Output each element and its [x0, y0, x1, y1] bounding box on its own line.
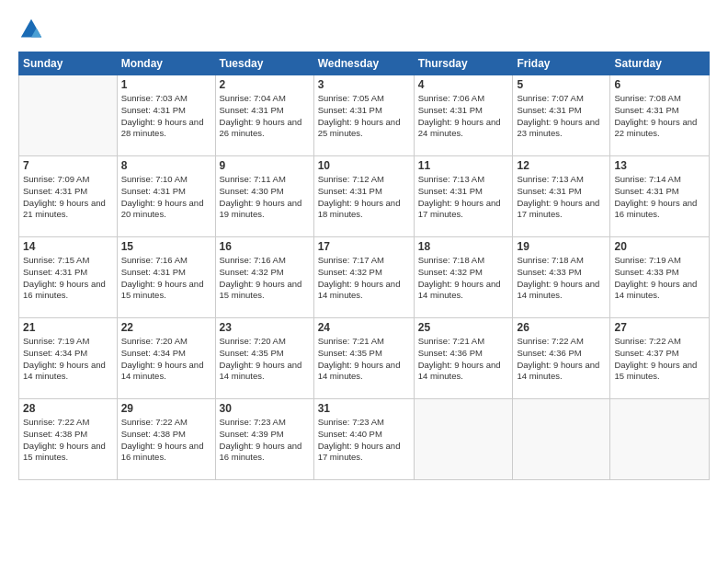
- day-number: 25: [418, 321, 509, 334]
- day-info: Sunrise: 7:08 AM Sunset: 4:31 PM Dayligh…: [614, 93, 705, 140]
- weekday-header-sunday: Sunday: [19, 52, 118, 75]
- day-number: 27: [614, 321, 705, 334]
- day-info: Sunrise: 7:16 AM Sunset: 4:31 PM Dayligh…: [121, 255, 211, 302]
- day-info: Sunrise: 7:13 AM Sunset: 4:31 PM Dayligh…: [517, 174, 606, 221]
- calendar-cell: 11Sunrise: 7:13 AM Sunset: 4:31 PM Dayli…: [414, 156, 513, 237]
- day-number: 14: [23, 240, 113, 253]
- day-info: Sunrise: 7:06 AM Sunset: 4:31 PM Dayligh…: [418, 93, 509, 140]
- day-number: 5: [517, 78, 606, 91]
- day-info: Sunrise: 7:22 AM Sunset: 4:38 PM Dayligh…: [121, 417, 211, 464]
- calendar-cell: 31Sunrise: 7:23 AM Sunset: 4:40 PM Dayli…: [313, 399, 414, 480]
- calendar-cell: 27Sunrise: 7:22 AM Sunset: 4:37 PM Dayli…: [610, 318, 710, 399]
- calendar-cell: 4Sunrise: 7:06 AM Sunset: 4:31 PM Daylig…: [414, 75, 513, 156]
- calendar-cell: 14Sunrise: 7:15 AM Sunset: 4:31 PM Dayli…: [19, 237, 118, 318]
- calendar-cell: 7Sunrise: 7:09 AM Sunset: 4:31 PM Daylig…: [19, 156, 118, 237]
- calendar-cell: [414, 399, 513, 480]
- day-number: 13: [614, 159, 705, 172]
- day-info: Sunrise: 7:12 AM Sunset: 4:31 PM Dayligh…: [318, 174, 410, 221]
- day-number: 1: [121, 78, 211, 91]
- day-number: 21: [23, 321, 113, 334]
- day-number: 7: [23, 159, 113, 172]
- day-info: Sunrise: 7:22 AM Sunset: 4:38 PM Dayligh…: [23, 417, 113, 464]
- day-number: 15: [121, 240, 211, 253]
- week-row-4: 21Sunrise: 7:19 AM Sunset: 4:34 PM Dayli…: [19, 318, 710, 399]
- calendar-cell: 29Sunrise: 7:22 AM Sunset: 4:38 PM Dayli…: [117, 399, 215, 480]
- weekday-header-wednesday: Wednesday: [313, 52, 414, 75]
- calendar-cell: [513, 399, 610, 480]
- weekday-header-monday: Monday: [117, 52, 215, 75]
- day-number: 26: [517, 321, 606, 334]
- day-info: Sunrise: 7:22 AM Sunset: 4:37 PM Dayligh…: [614, 336, 705, 383]
- day-number: 11: [418, 159, 509, 172]
- day-info: Sunrise: 7:21 AM Sunset: 4:35 PM Dayligh…: [318, 336, 410, 383]
- day-info: Sunrise: 7:11 AM Sunset: 4:30 PM Dayligh…: [220, 174, 310, 221]
- day-info: Sunrise: 7:23 AM Sunset: 4:40 PM Dayligh…: [318, 417, 410, 464]
- calendar-cell: 13Sunrise: 7:14 AM Sunset: 4:31 PM Dayli…: [610, 156, 710, 237]
- calendar-cell: 3Sunrise: 7:05 AM Sunset: 4:31 PM Daylig…: [313, 75, 414, 156]
- calendar-cell: 26Sunrise: 7:22 AM Sunset: 4:36 PM Dayli…: [513, 318, 610, 399]
- day-info: Sunrise: 7:19 AM Sunset: 4:34 PM Dayligh…: [23, 336, 113, 383]
- calendar-cell: 16Sunrise: 7:16 AM Sunset: 4:32 PM Dayli…: [215, 237, 313, 318]
- page: SundayMondayTuesdayWednesdayThursdayFrid…: [0, 0, 728, 563]
- day-number: 22: [121, 321, 211, 334]
- day-info: Sunrise: 7:20 AM Sunset: 4:34 PM Dayligh…: [121, 336, 211, 383]
- week-row-1: 1Sunrise: 7:03 AM Sunset: 4:31 PM Daylig…: [19, 75, 710, 156]
- weekday-header-row: SundayMondayTuesdayWednesdayThursdayFrid…: [19, 52, 710, 75]
- calendar-table: SundayMondayTuesdayWednesdayThursdayFrid…: [18, 52, 710, 480]
- week-row-5: 28Sunrise: 7:22 AM Sunset: 4:38 PM Dayli…: [19, 399, 710, 480]
- day-number: 17: [318, 240, 410, 253]
- day-number: 2: [220, 78, 310, 91]
- day-number: 23: [220, 321, 310, 334]
- day-number: 28: [23, 402, 113, 415]
- calendar-cell: 22Sunrise: 7:20 AM Sunset: 4:34 PM Dayli…: [117, 318, 215, 399]
- day-info: Sunrise: 7:16 AM Sunset: 4:32 PM Dayligh…: [220, 255, 310, 302]
- calendar-cell: 5Sunrise: 7:07 AM Sunset: 4:31 PM Daylig…: [513, 75, 610, 156]
- day-number: 18: [418, 240, 509, 253]
- day-info: Sunrise: 7:05 AM Sunset: 4:31 PM Dayligh…: [318, 93, 410, 140]
- day-info: Sunrise: 7:15 AM Sunset: 4:31 PM Dayligh…: [23, 255, 113, 302]
- day-number: 29: [121, 402, 211, 415]
- day-info: Sunrise: 7:10 AM Sunset: 4:31 PM Dayligh…: [121, 174, 211, 221]
- calendar-cell: 18Sunrise: 7:18 AM Sunset: 4:32 PM Dayli…: [414, 237, 513, 318]
- logo: [18, 17, 48, 42]
- calendar-cell: 12Sunrise: 7:13 AM Sunset: 4:31 PM Dayli…: [513, 156, 610, 237]
- day-info: Sunrise: 7:17 AM Sunset: 4:32 PM Dayligh…: [318, 255, 410, 302]
- calendar-cell: 9Sunrise: 7:11 AM Sunset: 4:30 PM Daylig…: [215, 156, 313, 237]
- week-row-2: 7Sunrise: 7:09 AM Sunset: 4:31 PM Daylig…: [19, 156, 710, 237]
- day-number: 24: [318, 321, 410, 334]
- day-info: Sunrise: 7:09 AM Sunset: 4:31 PM Dayligh…: [23, 174, 113, 221]
- day-number: 16: [220, 240, 310, 253]
- day-info: Sunrise: 7:22 AM Sunset: 4:36 PM Dayligh…: [517, 336, 606, 383]
- calendar-cell: 20Sunrise: 7:19 AM Sunset: 4:33 PM Dayli…: [610, 237, 710, 318]
- day-number: 4: [418, 78, 509, 91]
- day-number: 20: [614, 240, 705, 253]
- logo-icon: [18, 17, 44, 42]
- calendar-cell: 17Sunrise: 7:17 AM Sunset: 4:32 PM Dayli…: [313, 237, 414, 318]
- day-info: Sunrise: 7:07 AM Sunset: 4:31 PM Dayligh…: [517, 93, 606, 140]
- calendar-cell: [610, 399, 710, 480]
- calendar-cell: 2Sunrise: 7:04 AM Sunset: 4:31 PM Daylig…: [215, 75, 313, 156]
- day-info: Sunrise: 7:18 AM Sunset: 4:32 PM Dayligh…: [418, 255, 509, 302]
- day-number: 12: [517, 159, 606, 172]
- weekday-header-saturday: Saturday: [610, 52, 710, 75]
- calendar-cell: 24Sunrise: 7:21 AM Sunset: 4:35 PM Dayli…: [313, 318, 414, 399]
- day-number: 31: [318, 402, 410, 415]
- day-info: Sunrise: 7:19 AM Sunset: 4:33 PM Dayligh…: [614, 255, 705, 302]
- day-info: Sunrise: 7:13 AM Sunset: 4:31 PM Dayligh…: [418, 174, 509, 221]
- day-info: Sunrise: 7:18 AM Sunset: 4:33 PM Dayligh…: [517, 255, 606, 302]
- day-number: 30: [220, 402, 310, 415]
- calendar-cell: 21Sunrise: 7:19 AM Sunset: 4:34 PM Dayli…: [19, 318, 118, 399]
- calendar-cell: 30Sunrise: 7:23 AM Sunset: 4:39 PM Dayli…: [215, 399, 313, 480]
- day-info: Sunrise: 7:03 AM Sunset: 4:31 PM Dayligh…: [121, 93, 211, 140]
- weekday-header-thursday: Thursday: [414, 52, 513, 75]
- day-number: 19: [517, 240, 606, 253]
- calendar-cell: 15Sunrise: 7:16 AM Sunset: 4:31 PM Dayli…: [117, 237, 215, 318]
- day-number: 3: [318, 78, 410, 91]
- day-number: 6: [614, 78, 705, 91]
- day-info: Sunrise: 7:21 AM Sunset: 4:36 PM Dayligh…: [418, 336, 509, 383]
- weekday-header-tuesday: Tuesday: [215, 52, 313, 75]
- calendar-cell: 25Sunrise: 7:21 AM Sunset: 4:36 PM Dayli…: [414, 318, 513, 399]
- calendar-cell: 28Sunrise: 7:22 AM Sunset: 4:38 PM Dayli…: [19, 399, 118, 480]
- calendar-cell: 8Sunrise: 7:10 AM Sunset: 4:31 PM Daylig…: [117, 156, 215, 237]
- day-info: Sunrise: 7:14 AM Sunset: 4:31 PM Dayligh…: [614, 174, 705, 221]
